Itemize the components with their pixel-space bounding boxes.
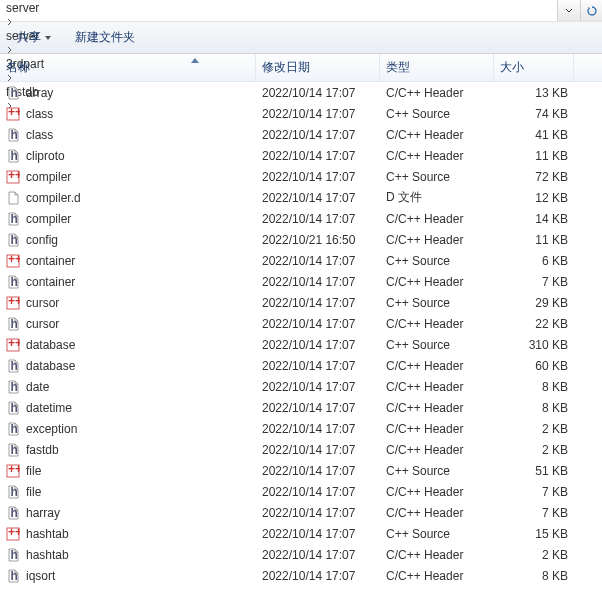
file-row[interactable]: ++compiler2022/10/14 17:07C++ Source72 K… (0, 166, 602, 187)
file-row[interactable]: ++database2022/10/14 17:07C++ Source310 … (0, 334, 602, 355)
file-name: date (26, 380, 49, 394)
file-name: database (26, 359, 75, 373)
column-header-type[interactable]: 类型 (380, 54, 494, 81)
breadcrumb: 软件 (D:)71404_开箱h5开箱h5serverserver3rdpart… (0, 0, 602, 22)
file-row[interactable]: hcliproto2022/10/14 17:07C/C++ Header11 … (0, 145, 602, 166)
file-size: 29 KB (494, 296, 574, 310)
svg-text:h: h (11, 359, 18, 373)
file-type: C++ Source (380, 107, 494, 121)
file-type: C/C++ Header (380, 401, 494, 415)
breadcrumb-nav (557, 0, 602, 21)
refresh-button[interactable] (580, 0, 602, 21)
file-row[interactable]: hharray2022/10/14 17:07C/C++ Header7 KB (0, 502, 602, 523)
file-name: datetime (26, 401, 72, 415)
file-row[interactable]: ++container2022/10/14 17:07C++ Source6 K… (0, 250, 602, 271)
file-type: C/C++ Header (380, 275, 494, 289)
column-header-name[interactable]: 名称 (0, 54, 256, 81)
file-size: 14 KB (494, 212, 574, 226)
file-type: C/C++ Header (380, 317, 494, 331)
file-row[interactable]: hexception2022/10/14 17:07C/C++ Header2 … (0, 418, 602, 439)
file-name: file (26, 485, 41, 499)
file-row[interactable]: hcontainer2022/10/14 17:07C/C++ Header7 … (0, 271, 602, 292)
file-row[interactable]: hdatetime2022/10/14 17:07C/C++ Header8 K… (0, 397, 602, 418)
file-size: 7 KB (494, 275, 574, 289)
file-size: 74 KB (494, 107, 574, 121)
file-size: 6 KB (494, 254, 574, 268)
header-file-icon: h (6, 275, 20, 289)
cpp-file-icon: ++ (6, 296, 20, 310)
file-type: D 文件 (380, 189, 494, 206)
header-file-icon: h (6, 506, 20, 520)
file-date: 2022/10/14 17:07 (256, 359, 380, 373)
svg-text:h: h (11, 233, 18, 247)
file-size: 11 KB (494, 233, 574, 247)
file-name: fastdb (26, 443, 59, 457)
file-type: C++ Source (380, 296, 494, 310)
file-date: 2022/10/14 17:07 (256, 338, 380, 352)
share-button[interactable]: 共享 (8, 27, 60, 49)
file-row[interactable]: hclass2022/10/14 17:07C/C++ Header41 KB (0, 124, 602, 145)
file-row[interactable]: hcursor2022/10/14 17:07C/C++ Header22 KB (0, 313, 602, 334)
file-name: compiler.d (26, 191, 81, 205)
file-name: config (26, 233, 58, 247)
chevron-down-icon (565, 7, 573, 15)
file-row[interactable]: hdate2022/10/14 17:07C/C++ Header8 KB (0, 376, 602, 397)
file-row[interactable]: hcompiler2022/10/14 17:07C/C++ Header14 … (0, 208, 602, 229)
file-row[interactable]: compiler.d2022/10/14 17:07D 文件12 KB (0, 187, 602, 208)
svg-text:++: ++ (8, 527, 20, 539)
file-date: 2022/10/14 17:07 (256, 422, 380, 436)
file-type: C++ Source (380, 527, 494, 541)
file-row[interactable]: hfile2022/10/14 17:07C/C++ Header7 KB (0, 481, 602, 502)
header-file-icon: h (6, 485, 20, 499)
svg-text:++: ++ (8, 107, 20, 119)
header-file-icon: h (6, 149, 20, 163)
file-row[interactable]: ++cursor2022/10/14 17:07C++ Source29 KB (0, 292, 602, 313)
share-label: 共享 (17, 29, 41, 46)
new-folder-button[interactable]: 新建文件夹 (66, 27, 144, 49)
file-date: 2022/10/14 17:07 (256, 86, 380, 100)
file-row[interactable]: harray2022/10/14 17:07C/C++ Header13 KB (0, 82, 602, 103)
svg-text:++: ++ (8, 254, 20, 266)
file-row[interactable]: ++file2022/10/14 17:07C++ Source51 KB (0, 460, 602, 481)
column-header-size[interactable]: 大小 (494, 54, 574, 81)
dropdown-history-button[interactable] (558, 0, 580, 21)
header-file-icon: h (6, 380, 20, 394)
svg-text:++: ++ (8, 170, 20, 182)
file-name: database (26, 338, 75, 352)
column-header-date[interactable]: 修改日期 (256, 54, 380, 81)
file-row[interactable]: hfastdb2022/10/14 17:07C/C++ Header2 KB (0, 439, 602, 460)
breadcrumb-item[interactable]: server (4, 1, 85, 15)
file-type: C/C++ Header (380, 86, 494, 100)
cpp-file-icon: ++ (6, 527, 20, 541)
file-type: C/C++ Header (380, 485, 494, 499)
file-row[interactable]: hhashtab2022/10/14 17:07C/C++ Header2 KB (0, 544, 602, 565)
file-row[interactable]: hdatabase2022/10/14 17:07C/C++ Header60 … (0, 355, 602, 376)
toolbar: 共享 新建文件夹 (0, 22, 602, 54)
file-size: 7 KB (494, 506, 574, 520)
file-date: 2022/10/14 17:07 (256, 506, 380, 520)
file-name: cursor (26, 317, 59, 331)
file-row[interactable]: hconfig2022/10/21 16:50C/C++ Header11 KB (0, 229, 602, 250)
svg-text:h: h (11, 317, 18, 331)
file-size: 7 KB (494, 485, 574, 499)
header-file-icon: h (6, 548, 20, 562)
file-date: 2022/10/14 17:07 (256, 128, 380, 142)
file-size: 2 KB (494, 443, 574, 457)
file-type: C/C++ Header (380, 443, 494, 457)
file-type: C/C++ Header (380, 548, 494, 562)
file-row[interactable]: hiqsort2022/10/14 17:07C/C++ Header8 KB (0, 565, 602, 586)
refresh-icon (586, 5, 598, 17)
svg-text:h: h (11, 380, 18, 394)
file-name: compiler (26, 212, 71, 226)
file-list: harray2022/10/14 17:07C/C++ Header13 KB+… (0, 82, 602, 600)
file-row[interactable]: ++class2022/10/14 17:07C++ Source74 KB (0, 103, 602, 124)
file-date: 2022/10/14 17:07 (256, 548, 380, 562)
header-file-icon: h (6, 443, 20, 457)
file-name: hashtab (26, 548, 69, 562)
file-date: 2022/10/14 17:07 (256, 254, 380, 268)
file-name: cliproto (26, 149, 65, 163)
file-row[interactable]: ++hashtab2022/10/14 17:07C++ Source15 KB (0, 523, 602, 544)
file-size: 72 KB (494, 170, 574, 184)
file-type: C++ Source (380, 338, 494, 352)
file-size: 51 KB (494, 464, 574, 478)
